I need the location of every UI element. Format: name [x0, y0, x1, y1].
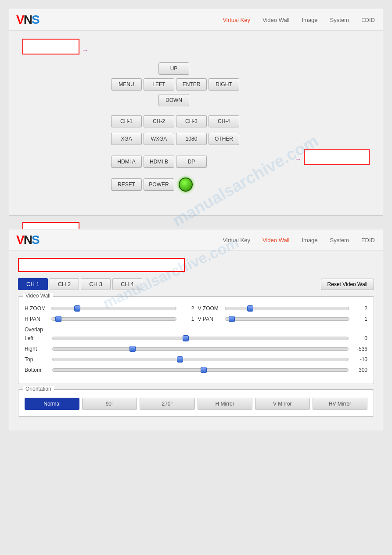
- bottom-value: 300: [352, 367, 367, 373]
- video-wall-content: manualsarchive.com CH 1 CH 2 CH 3 CH 4 R…: [9, 251, 383, 431]
- logo-n: N: [24, 13, 32, 27]
- pan-row: H PAN 1 V PAN 1: [25, 316, 367, 322]
- ch2-button[interactable]: CH-2: [144, 115, 174, 127]
- top-track[interactable]: [52, 358, 349, 361]
- logo-v: V: [16, 13, 24, 27]
- wxga-button[interactable]: WXGA: [144, 133, 174, 145]
- tab-video-wall[interactable]: Video Wall: [262, 15, 290, 25]
- h-zoom-track[interactable]: [51, 307, 176, 310]
- v-pan-label: V PAN: [198, 316, 222, 322]
- tab2-video-wall[interactable]: Video Wall: [262, 235, 290, 245]
- tab2-virtual-key[interactable]: Virtual Key: [222, 235, 251, 245]
- orient-normal-button[interactable]: Normal: [25, 398, 79, 410]
- up-button[interactable]: UP: [158, 62, 189, 75]
- right-track[interactable]: [52, 347, 349, 351]
- tab-edid[interactable]: EDID: [360, 15, 376, 25]
- tab2-image[interactable]: Image: [301, 235, 318, 245]
- arrow-2: →: [295, 156, 301, 163]
- tab2-system[interactable]: System: [329, 235, 350, 245]
- panel-video-wall: V N S Virtual Key Video Wall Image Syste…: [9, 229, 383, 431]
- ch4-button[interactable]: CH-4: [209, 115, 239, 127]
- enter-button[interactable]: ENTER: [176, 78, 207, 91]
- ch2-tab[interactable]: CH 2: [50, 278, 79, 290]
- orient-270-button[interactable]: 270°: [140, 398, 194, 410]
- h-pan-track[interactable]: [51, 317, 176, 321]
- down-button[interactable]: DOWN: [158, 94, 189, 106]
- orient-hv-mirror-button[interactable]: HV Mirror: [313, 398, 367, 410]
- ch4-tab[interactable]: CH 4: [112, 278, 142, 290]
- right-thumb[interactable]: [129, 346, 136, 352]
- zoom-row: H ZOOM 2 V ZOOM 2: [25, 305, 367, 312]
- ch1-button[interactable]: CH-1: [111, 115, 142, 127]
- tab-virtual-key[interactable]: Virtual Key: [222, 15, 251, 25]
- tab-image[interactable]: Image: [301, 15, 318, 25]
- v-zoom-label: V ZOOM: [198, 305, 222, 312]
- nav-tabs-panel1: Virtual Key Video Wall Image System EDID: [222, 15, 376, 25]
- ch3-tab[interactable]: CH 3: [81, 278, 111, 290]
- other-button[interactable]: OTHER: [209, 133, 239, 145]
- ch1-tab[interactable]: CH 1: [18, 278, 48, 290]
- annotation-box-2: [304, 149, 370, 165]
- v-zoom-half: V ZOOM 2: [198, 305, 368, 312]
- video-wall-section: Video Wall H ZOOM 2 V ZOOM 2: [18, 296, 374, 384]
- reset-video-wall-button[interactable]: Reset Video Wall: [321, 279, 374, 290]
- dp-button[interactable]: DP: [176, 156, 207, 168]
- tab-system[interactable]: System: [329, 15, 350, 25]
- left-slider-row: Left 0: [25, 335, 367, 341]
- panel1-header: V N S Virtual Key Video Wall Image Syste…: [9, 9, 383, 31]
- orientation-section: Orientation Normal 90° 270° H Mirror V M…: [18, 389, 374, 417]
- bottom-thumb[interactable]: [201, 367, 207, 373]
- right-button[interactable]: RIGHT: [209, 78, 239, 91]
- menu-button[interactable]: MENU: [111, 78, 142, 91]
- p1080-button[interactable]: 1080: [176, 133, 207, 145]
- h-zoom-thumb[interactable]: [74, 305, 80, 312]
- v-pan-track[interactable]: [225, 317, 350, 321]
- panel2-header: V N S Virtual Key Video Wall Image Syste…: [9, 229, 383, 251]
- reset-button[interactable]: RESET: [111, 178, 142, 191]
- left-thumb[interactable]: [183, 335, 189, 341]
- h-pan-label: H PAN: [25, 316, 49, 322]
- annotation-input-box[interactable]: [18, 258, 185, 272]
- v-pan-half: V PAN 1: [198, 316, 368, 322]
- bottom-label: Bottom: [25, 367, 49, 373]
- video-wall-section-title: Video Wall: [23, 293, 53, 299]
- orientation-buttons-row: Normal 90° 270° H Mirror V Mirror HV Mir…: [25, 398, 367, 410]
- xga-button[interactable]: XGA: [111, 133, 142, 145]
- hdmib-button[interactable]: HDMI B: [144, 156, 174, 168]
- orient-h-mirror-button[interactable]: H Mirror: [198, 398, 252, 410]
- power-led: [179, 178, 193, 192]
- power-button[interactable]: POWER: [144, 178, 174, 191]
- left-button[interactable]: LEFT: [144, 78, 174, 91]
- v-pan-value: 1: [352, 316, 367, 322]
- logo2-n: N: [24, 233, 32, 247]
- left-label: Left: [25, 335, 49, 341]
- v-pan-thumb[interactable]: [229, 316, 235, 322]
- bottom-slider-row: Bottom 300: [25, 367, 367, 373]
- right-label: Right: [25, 346, 49, 352]
- h-zoom-value: 2: [179, 305, 194, 312]
- right-slider-row: Right -536: [25, 346, 367, 352]
- logo2-v: V: [16, 233, 24, 247]
- v-zoom-value: 2: [352, 305, 367, 312]
- bottom-track[interactable]: [52, 368, 349, 372]
- ch3-button[interactable]: CH-3: [176, 115, 207, 127]
- top-label: Top: [25, 356, 49, 363]
- top-thumb[interactable]: [177, 356, 183, 363]
- orientation-section-title: Orientation: [23, 386, 54, 392]
- annotation-box-1: [22, 39, 79, 54]
- orient-90-button[interactable]: 90°: [82, 398, 137, 410]
- logo2: V N S: [16, 233, 39, 247]
- h-pan-thumb[interactable]: [55, 316, 61, 322]
- h-pan-value: 1: [179, 316, 194, 322]
- panel-virtual-key: V N S Virtual Key Video Wall Image Syste…: [9, 9, 383, 216]
- v-zoom-track[interactable]: [225, 307, 350, 310]
- ch-tabs-row: CH 1 CH 2 CH 3 CH 4 Reset Video Wall: [18, 278, 374, 290]
- right-value: -536: [352, 346, 367, 352]
- orient-v-mirror-button[interactable]: V Mirror: [255, 398, 310, 410]
- top-slider-row: Top -10: [25, 356, 367, 363]
- v-zoom-thumb[interactable]: [247, 305, 253, 312]
- hdmia-button[interactable]: HDMI A: [111, 156, 142, 168]
- tab2-edid[interactable]: EDID: [360, 235, 376, 245]
- left-track[interactable]: [52, 337, 349, 340]
- h-pan-half: H PAN 1: [25, 316, 194, 322]
